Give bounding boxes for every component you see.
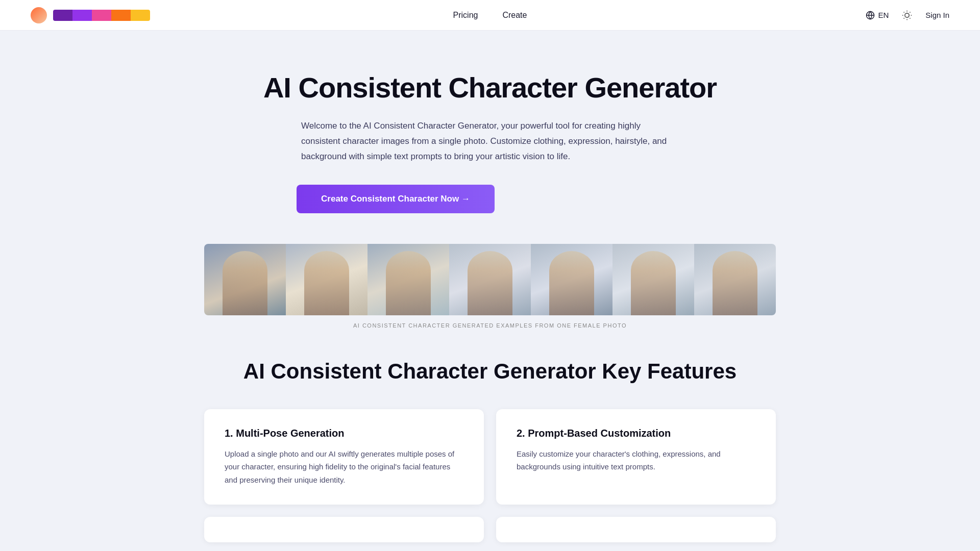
hero-title: AI Consistent Character Generator [204,71,776,104]
logo-bar [53,10,150,21]
language-label: EN [878,11,889,19]
logo-seg-5 [131,10,150,21]
gallery-image-5 [531,244,612,315]
feature-card-2-desc: Easily customize your character's clothi… [517,447,755,473]
svg-line-5 [904,12,904,12]
logo-circle-icon [31,7,47,23]
gallery-image-1 [204,244,286,315]
pricing-link[interactable]: Pricing [453,11,478,20]
features-title: AI Consistent Character Generator Key Fe… [204,359,776,384]
gallery-caption: AI CONSISTENT CHARACTER GENERATED EXAMPL… [204,322,776,329]
hero-section: AI Consistent Character Generator Welcom… [204,71,776,213]
feature-card-4-partial [496,517,776,542]
gallery-section: AI CONSISTENT CHARACTER GENERATED EXAMPL… [204,244,776,329]
svg-line-9 [904,18,904,18]
feature-card-1-desc: Upload a single photo and our AI swiftly… [225,447,463,487]
logo-seg-2 [72,10,92,21]
nav-links: Pricing Create [453,11,527,20]
feature-card-3-partial [204,517,484,542]
feature-card-2: 2. Prompt-Based Customization Easily cus… [496,409,776,505]
logo-area [31,7,150,23]
logo-seg-4 [111,10,131,21]
theme-toggle[interactable] [899,7,915,23]
globe-icon [866,11,875,20]
hero-description: Welcome to the AI Consistent Character G… [301,118,679,164]
features-section: AI Consistent Character Generator Key Fe… [204,359,776,543]
main-content: AI Consistent Character Generator Welcom… [184,31,796,542]
feature-card-1-title: 1. Multi-Pose Generation [225,428,463,439]
cta-button[interactable]: Create Consistent Character Now → [297,185,495,213]
gallery-image-4 [449,244,531,315]
feature-card-1: 1. Multi-Pose Generation Upload a single… [204,409,484,505]
svg-line-6 [910,18,911,18]
gallery-strip [204,244,776,315]
features-grid-partial [204,517,776,542]
feature-card-2-title: 2. Prompt-Based Customization [517,428,755,439]
create-link[interactable]: Create [502,11,527,20]
logo-seg-3 [92,10,111,21]
signin-button[interactable]: Sign In [925,11,949,19]
gallery-image-2 [286,244,368,315]
svg-line-10 [910,12,911,12]
language-selector[interactable]: EN [866,11,889,20]
gallery-image-6 [612,244,694,315]
gallery-image-3 [368,244,449,315]
navbar: Pricing Create EN Sign In [0,0,980,31]
features-grid: 1. Multi-Pose Generation Upload a single… [204,409,776,505]
sun-icon [902,10,912,20]
nav-right: EN Sign In [866,7,949,23]
logo-seg-1 [53,10,72,21]
gallery-image-7 [694,244,776,315]
svg-point-2 [905,13,909,17]
